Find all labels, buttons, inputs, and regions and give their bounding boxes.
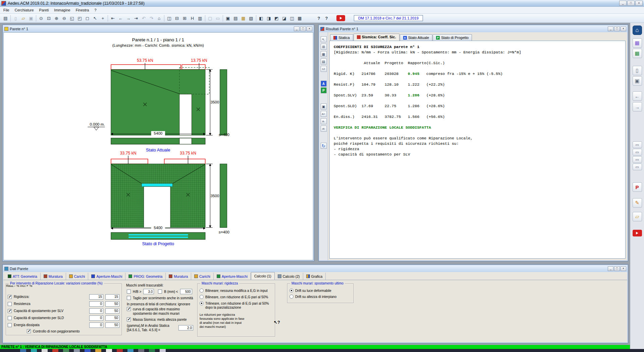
taskbar-app-icon[interactable] (31, 349, 37, 352)
frame-1-icon[interactable]: ▭ (633, 141, 642, 148)
taskbar-app-icon[interactable] (95, 349, 101, 352)
zoom-in-icon[interactable]: ⊕ (53, 14, 60, 22)
frame-2-icon[interactable]: ▭ (633, 149, 642, 156)
windows-taskbar[interactable] (0, 349, 644, 352)
report-p-icon[interactable]: P (633, 182, 642, 192)
resistenza-checkbox[interactable] (8, 302, 12, 306)
refresh-icon[interactable]: ↻ (321, 143, 327, 149)
edit-icon[interactable]: ✎ (633, 198, 642, 208)
nav-first-icon[interactable]: ⇤ (109, 14, 117, 22)
help-icon[interactable]: ? (315, 14, 323, 22)
zoom-all-icon[interactable]: ◻ (84, 14, 91, 22)
taskbar-app-icon[interactable] (20, 349, 26, 352)
resistenza-incr-input[interactable] (105, 301, 119, 307)
b-input[interactable] (180, 289, 192, 294)
results-minimize-button[interactable]: _ (608, 27, 613, 31)
wall-window-titlebar[interactable]: Parete n° 1 _ □ × (3, 26, 313, 32)
tab-att-aperture-maschi[interactable]: Aperture-Maschi (88, 273, 125, 280)
wall-minimize-button[interactable]: _ (294, 27, 300, 31)
results-window-titlebar[interactable]: Risultati Parete n° 1 _ □ × (319, 26, 627, 32)
pan-icon[interactable]: + (99, 14, 107, 22)
zoom-out-icon[interactable]: ⊖ (60, 14, 68, 22)
font-default-icon[interactable]: A/ (321, 126, 327, 132)
taskbar-app-icon[interactable] (117, 349, 123, 352)
tab-calcolo-2[interactable]: Calcolo (2) (275, 273, 303, 280)
rigidezza-incr-input[interactable] (105, 294, 119, 300)
tab-att-muratura[interactable]: Muratura (41, 273, 66, 280)
trilineare-radio[interactable] (200, 301, 204, 305)
energia-incr-input[interactable] (105, 322, 119, 328)
undo-icon[interactable]: ↶ (140, 14, 148, 22)
menu-pareti[interactable]: Pareti (37, 7, 52, 13)
taskbar-app-icon[interactable] (42, 349, 48, 352)
walls-manager-icon[interactable]: ▦ (633, 38, 642, 48)
tab-statica[interactable]: Statica (330, 34, 353, 41)
zoom-rect-icon[interactable]: ⊡ (45, 14, 53, 22)
close-button[interactable]: × (635, 1, 643, 6)
select-icon[interactable]: ↖ (321, 36, 327, 42)
curva-checkbox[interactable] (127, 307, 131, 311)
table-2-icon[interactable]: ▧ (247, 14, 255, 22)
tab-calcolo-1[interactable]: Calcolo (1) (251, 272, 275, 280)
wall-restore-button[interactable]: □ (300, 27, 306, 31)
copy-image-icon[interactable]: ▣ (224, 14, 232, 22)
select-icon[interactable]: ↖ (91, 14, 99, 22)
zoom-previous-icon[interactable]: ⊙ (37, 14, 45, 22)
dati-window-titlebar[interactable]: Dati Parete _ □ × (3, 265, 627, 272)
tile-down-icon[interactable]: ◪ (280, 14, 288, 22)
hb-checkbox[interactable] (127, 290, 131, 294)
nav-next-icon[interactable]: → (124, 14, 132, 22)
context-help-icon[interactable]: ? (323, 14, 330, 22)
tab-stato-di-progetto[interactable]: PStato di Progetto (433, 34, 472, 41)
energia-checkbox[interactable] (8, 323, 12, 327)
energia-riduz-input[interactable] (89, 322, 103, 328)
bilineare-50-radio[interactable] (200, 295, 204, 299)
tile-up-icon[interactable]: ◩ (273, 14, 280, 22)
tab-att-carichi[interactable]: Carichi (66, 273, 89, 280)
zoom-window-icon[interactable]: ◱ (68, 14, 76, 22)
home-icon[interactable]: ⌂ (155, 14, 163, 22)
sld-incr-input[interactable] (105, 315, 119, 321)
print-preview-icon[interactable]: ▤ (2, 14, 9, 22)
taskbar-app-icon[interactable] (63, 349, 69, 352)
table-1-icon[interactable]: ▦ (239, 14, 247, 22)
menu-cerchiature[interactable]: Cerchiature (12, 7, 37, 13)
taskbar-app-icon[interactable] (52, 349, 58, 352)
document-icon[interactable]: ▯ (633, 66, 642, 75)
maximize-button[interactable]: □ (627, 1, 635, 6)
home-icon[interactable]: ⌂ (633, 26, 642, 35)
sld-riduz-input[interactable] (89, 315, 103, 321)
stato-attuale-icon[interactable]: A (321, 81, 327, 87)
taskbar-app-icon[interactable] (127, 349, 133, 352)
copy-icon[interactable]: ▣ (633, 76, 642, 86)
window-list-icon[interactable]: ▥ (196, 14, 204, 22)
tab-prog-carichi[interactable]: Carichi (191, 273, 214, 280)
spostamento-sld-checkbox[interactable] (8, 316, 12, 320)
taskbar-app-icon[interactable] (85, 349, 91, 352)
tab-grafica[interactable]: Grafica (303, 273, 326, 280)
window-grid-icon[interactable]: ⊞ (181, 14, 189, 22)
report-icon[interactable]: ▤ (321, 58, 327, 64)
cut-icon[interactable]: ▢ (206, 14, 214, 22)
tab-prog-geometria[interactable]: PROG: Geometria (125, 273, 166, 280)
cascade-icon[interactable]: ◫ (288, 14, 296, 22)
chart-icon[interactable]: ▦ (321, 51, 327, 57)
slv-riduz-input[interactable] (89, 308, 103, 314)
minimize-button[interactable]: _ (619, 1, 627, 6)
results-restore-button[interactable]: □ (614, 27, 620, 31)
menu-finestra[interactable]: Finestra (73, 7, 92, 13)
window-h-icon[interactable]: H (189, 14, 196, 22)
wall-close-button[interactable]: × (307, 27, 312, 31)
tab-prog-muratura[interactable]: Muratura (166, 273, 191, 280)
spostamento-slv-checkbox[interactable] (8, 309, 12, 313)
youtube-icon[interactable] (633, 230, 642, 236)
hb-input[interactable] (143, 289, 154, 294)
taskbar-app-icon[interactable] (160, 349, 166, 352)
slv-incr-input[interactable] (105, 308, 119, 314)
taskbar-app-icon[interactable] (74, 349, 80, 352)
nav-prev-icon[interactable]: ← (117, 14, 124, 22)
redo-icon[interactable]: ↷ (148, 14, 155, 22)
dati-minimize-button[interactable]: _ (608, 266, 613, 271)
save-icon[interactable]: ▣ (27, 14, 35, 22)
axes-icon[interactable]: ⊞ (321, 44, 327, 50)
